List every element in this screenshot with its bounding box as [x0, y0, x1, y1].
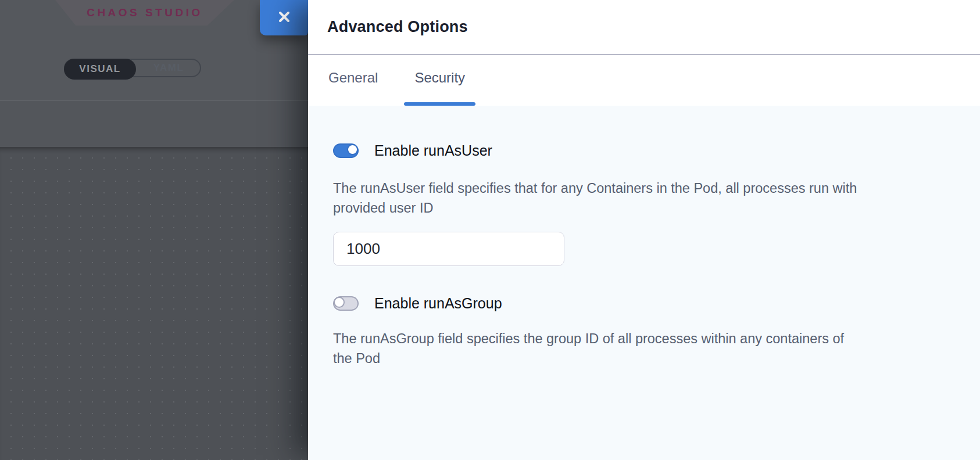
visual-tab[interactable]: VISUAL	[64, 59, 136, 80]
view-mode-switch[interactable]: VISUAL YAML	[64, 59, 201, 77]
run-as-user-description: The runAsUser field specifies that for a…	[333, 178, 859, 218]
brand-banner: CHAOS STUDIO	[55, 0, 234, 26]
run-as-user-label: Enable runAsUser	[374, 142, 492, 159]
advanced-options-panel: Advanced Options General Security Enable…	[308, 0, 980, 460]
dimmed-background: CHAOS STUDIO VISUAL YAML	[0, 0, 308, 460]
run-as-user-row: Enable runAsUser	[333, 142, 492, 159]
toggle-knob	[347, 144, 358, 155]
dotted-canvas	[0, 147, 308, 460]
run-as-group-toggle[interactable]	[333, 296, 359, 311]
security-tab-content: Enable runAsUser The runAsUser field spe…	[308, 106, 980, 460]
run-as-user-input[interactable]	[333, 232, 564, 266]
tab-security[interactable]: Security	[414, 56, 465, 106]
canvas-toolbar	[0, 102, 308, 147]
brand-title: CHAOS STUDIO	[87, 6, 203, 19]
run-as-group-description: The runAsGroup field specifies the group…	[333, 329, 859, 368]
close-panel-button[interactable]	[260, 0, 308, 35]
yaml-tab[interactable]: YAML	[137, 60, 200, 76]
tab-general[interactable]: General	[328, 56, 378, 106]
panel-title: Advanced Options	[327, 18, 468, 36]
run-as-group-label: Enable runAsGroup	[374, 295, 502, 312]
close-icon	[277, 10, 291, 26]
run-as-user-toggle[interactable]	[333, 143, 359, 158]
panel-tabs: General Security	[308, 56, 980, 106]
panel-header: Advanced Options	[308, 0, 980, 55]
run-as-group-row: Enable runAsGroup	[333, 295, 502, 312]
toggle-knob	[334, 297, 345, 308]
